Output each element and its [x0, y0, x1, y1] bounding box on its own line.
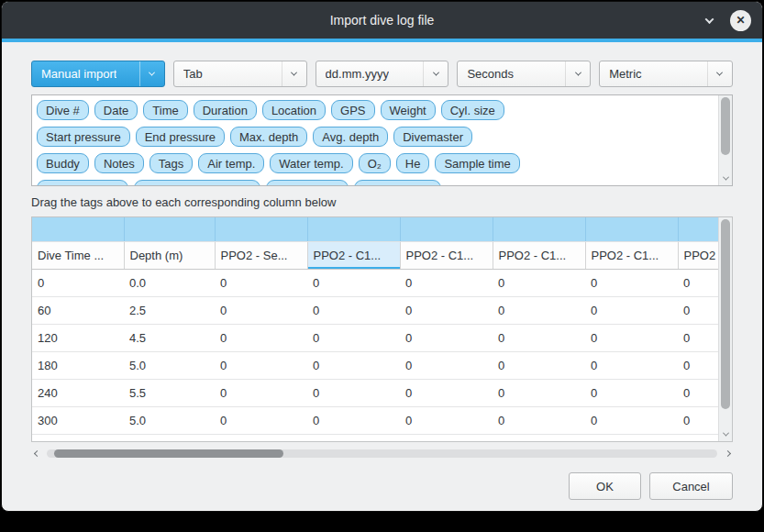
- scrollbar-track[interactable]: [721, 97, 730, 170]
- column-drop-target[interactable]: [678, 217, 718, 241]
- column-drop-target[interactable]: [124, 217, 215, 241]
- table-cell: 0: [493, 406, 585, 434]
- ok-button[interactable]: OK: [569, 472, 641, 500]
- column-drop-target[interactable]: [493, 217, 585, 241]
- table-row: 2405.5000000: [32, 379, 718, 406]
- column-header[interactable]: Depth (m): [124, 241, 215, 269]
- table-cell: 0: [215, 351, 307, 379]
- scrollbar-handle[interactable]: [721, 219, 730, 409]
- titlebar[interactable]: Import dive log file ✕: [2, 2, 762, 39]
- table-cell: 0: [585, 351, 678, 379]
- draggable-tag[interactable]: Water temp.: [270, 153, 352, 173]
- draggable-tag[interactable]: Weight: [381, 100, 436, 120]
- column-header[interactable]: PPO2: [678, 241, 718, 269]
- scrollbar-handle[interactable]: [721, 97, 730, 155]
- table-cell: 120: [32, 324, 124, 351]
- table-cell: 0: [678, 269, 718, 296]
- table-cell: 0: [215, 296, 307, 324]
- table-cell: 0: [493, 269, 585, 296]
- combo-field-separator[interactable]: Tab: [173, 61, 307, 87]
- draggable-tag[interactable]: Sample time: [435, 153, 519, 173]
- chevron-down-icon: [722, 174, 728, 181]
- close-icon: ✕: [736, 14, 745, 27]
- close-button[interactable]: ✕: [730, 10, 751, 31]
- scrollbar-track[interactable]: [721, 219, 730, 426]
- scrollbar-track[interactable]: [47, 449, 717, 458]
- table-cell: 0: [32, 269, 124, 296]
- combo-import-mode[interactable]: Manual import: [31, 61, 165, 87]
- draggable-tag[interactable]: Sample pO₂: [266, 180, 349, 186]
- draggable-tag[interactable]: Date: [94, 100, 138, 120]
- combo-value-time-format: Seconds: [467, 67, 514, 81]
- table-cell: 180: [32, 351, 124, 379]
- table-cell: 0: [493, 296, 585, 324]
- tag-palette-scrollbar[interactable]: [718, 95, 732, 185]
- table-cell: 0: [307, 351, 400, 379]
- table-cell: 5.0: [124, 351, 215, 379]
- scrollbar-handle[interactable]: [54, 449, 283, 458]
- table-cell: 0: [215, 324, 307, 351]
- instruction-label: Drag the tags above to each correspondin…: [31, 195, 733, 209]
- table-cell: 0: [215, 269, 307, 296]
- table-cell: 60: [32, 296, 124, 324]
- window-title: Import dive log file: [330, 13, 435, 28]
- table-cell: 0: [585, 269, 678, 296]
- table-cell: 0: [678, 296, 718, 324]
- draggable-tag[interactable]: Cyl. size: [441, 100, 504, 120]
- draggable-tag[interactable]: Air temp.: [198, 153, 264, 173]
- scroll-down-button[interactable]: [719, 427, 732, 441]
- cancel-button[interactable]: Cancel: [649, 472, 733, 500]
- column-header[interactable]: PPO2 - Se...: [215, 241, 307, 269]
- draggable-tag[interactable]: End pressure: [136, 127, 225, 147]
- column-header[interactable]: PPO2 - C1...: [585, 241, 678, 269]
- combo-time-format[interactable]: Seconds: [457, 61, 591, 87]
- draggable-tag[interactable]: Sample depth: [37, 180, 128, 186]
- combo-date-format[interactable]: dd.mm.yyyy: [316, 61, 449, 87]
- draggable-tag[interactable]: Sample temperature: [134, 180, 260, 186]
- table-cell: 0: [400, 296, 493, 324]
- column-drop-target[interactable]: [585, 217, 678, 241]
- table-cell: 0: [493, 351, 585, 379]
- draggable-tag[interactable]: Time: [143, 100, 187, 120]
- table-vertical-scrollbar[interactable]: [718, 217, 732, 441]
- draggable-tag[interactable]: Divemaster: [393, 127, 472, 147]
- column-drop-row: [32, 217, 718, 241]
- draggable-tag[interactable]: GPS: [331, 100, 374, 120]
- column-header[interactable]: PPO2 - C1...: [307, 241, 400, 269]
- chevron-right-icon: [724, 450, 730, 457]
- draggable-tag[interactable]: Avg. depth: [313, 127, 388, 147]
- table-header-row: Dive Time ...Depth (m)PPO2 - Se...PPO2 -…: [32, 241, 718, 269]
- chevron-left-icon: [33, 450, 39, 457]
- column-drop-target[interactable]: [307, 217, 400, 241]
- draggable-tag[interactable]: He: [396, 153, 430, 173]
- column-drop-target[interactable]: [215, 217, 307, 241]
- draggable-tag[interactable]: Tags: [149, 153, 193, 173]
- draggable-tag[interactable]: Location: [262, 100, 326, 120]
- column-header[interactable]: PPO2 - C1...: [400, 241, 493, 269]
- column-header[interactable]: PPO2 - C1...: [493, 241, 585, 269]
- table-row: 1204.5000000: [32, 324, 718, 351]
- chevron-down-icon: [282, 61, 306, 86]
- table-horizontal-scrollbar[interactable]: [31, 447, 733, 460]
- draggable-tag[interactable]: O₂: [359, 153, 391, 173]
- combo-value-units: Metric: [609, 67, 641, 81]
- draggable-tag[interactable]: Duration: [194, 100, 257, 120]
- tag-palette: Dive #DateTimeDurationLocationGPSWeightC…: [31, 94, 733, 186]
- tag-rows: Dive #DateTimeDurationLocationGPSWeightC…: [32, 95, 732, 186]
- shade-button[interactable]: [701, 12, 717, 28]
- combo-units[interactable]: Metric: [599, 61, 733, 87]
- column-header[interactable]: Dive Time ...: [32, 241, 124, 269]
- scroll-left-button[interactable]: [31, 451, 42, 456]
- draggable-tag[interactable]: Dive #: [37, 100, 89, 120]
- column-drop-target[interactable]: [400, 217, 493, 241]
- column-drop-target[interactable]: [32, 217, 124, 241]
- draggable-tag[interactable]: Start pressure: [37, 127, 130, 147]
- draggable-tag[interactable]: Sample CNS: [354, 180, 441, 186]
- table-cell: 0: [585, 379, 678, 406]
- draggable-tag[interactable]: Notes: [94, 153, 144, 173]
- scroll-right-button[interactable]: [722, 451, 733, 456]
- draggable-tag[interactable]: Max. depth: [230, 127, 307, 147]
- scroll-down-button[interactable]: [719, 172, 732, 185]
- draggable-tag[interactable]: Buddy: [37, 153, 89, 173]
- combo-value-date-format: dd.mm.yyyy: [326, 67, 389, 81]
